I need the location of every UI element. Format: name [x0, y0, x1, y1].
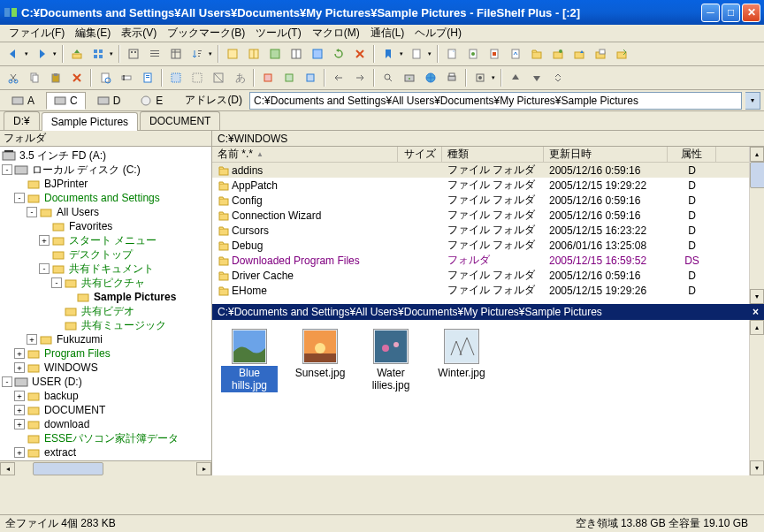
settings-button[interactable]: [470, 68, 490, 87]
file-list[interactable]: 名前 *.*▲ サイズ 種類 更新日時 属性 addinsファイル フォルダ20…: [212, 147, 749, 304]
stop-button[interactable]: [350, 44, 370, 64]
tree-shareddocs[interactable]: 共有ドキュメント: [67, 262, 156, 277]
tree-localC[interactable]: ローカル ディスク (C:): [30, 163, 142, 178]
list-row[interactable]: Cursorsファイル フォルダ2005/12/15 16:23:22D: [212, 223, 749, 238]
view-list-button[interactable]: [145, 44, 164, 64]
scroll-right[interactable]: ▸: [196, 462, 211, 475]
views-dropdown[interactable]: ▾: [108, 50, 115, 57]
folder-up-icon[interactable]: [569, 44, 589, 64]
list-row[interactable]: Debugファイル フォルダ2006/01/16 13:25:08D: [212, 238, 749, 253]
list-vscroll[interactable]: ▴ ▾: [749, 147, 764, 304]
tool-1-button[interactable]: [329, 68, 348, 87]
arrow-up-button[interactable]: [506, 68, 525, 87]
attr-button[interactable]: [138, 68, 157, 87]
scroll-down[interactable]: ▾: [750, 460, 764, 475]
select-ext-button[interactable]: あ: [230, 68, 249, 87]
new-dropdown[interactable]: ▾: [426, 50, 433, 57]
folder-copy-icon[interactable]: [591, 44, 610, 64]
forward-button[interactable]: [32, 44, 51, 64]
back-dropdown[interactable]: ▾: [23, 50, 30, 57]
panel-4-button[interactable]: [286, 44, 306, 64]
tree-document[interactable]: DOCUMENT: [42, 404, 107, 416]
tab-3[interactable]: DOCUMENT: [140, 111, 220, 130]
tree-desktop[interactable]: デスクトップ: [67, 247, 134, 262]
new-button[interactable]: [407, 44, 426, 64]
copy-button[interactable]: [25, 68, 44, 87]
menu-edit[interactable]: 編集(E): [70, 24, 116, 42]
col-date[interactable]: 更新日時: [544, 147, 668, 162]
filter-2-button[interactable]: [279, 68, 299, 87]
tree-fukuzumi[interactable]: Fukuzumi: [55, 333, 104, 346]
select-none-button[interactable]: [187, 68, 207, 87]
select-inv-button[interactable]: [209, 68, 228, 87]
tree-bjprinter[interactable]: BJPrinter: [42, 178, 89, 190]
tree-toggle[interactable]: +: [14, 405, 25, 415]
list-row[interactable]: EHomeファイル フォルダ2005/12/15 19:29:26D: [212, 283, 749, 298]
drive-d-tab[interactable]: D: [89, 92, 129, 110]
menu-file[interactable]: ファイル(F): [4, 24, 70, 42]
tree-favorites[interactable]: Favorites: [67, 220, 114, 232]
doc-4-icon[interactable]: [506, 44, 525, 64]
tree-toggle[interactable]: +: [39, 235, 50, 246]
col-name[interactable]: 名前 *.*▲: [212, 147, 398, 162]
scroll-thumb-v[interactable]: [750, 162, 764, 188]
thumb-waterlilies[interactable]: Water lilies.jpg: [363, 329, 419, 392]
close-pane-icon[interactable]: ×: [753, 306, 759, 318]
tree-programfiles[interactable]: Program Files: [42, 347, 112, 360]
tree-extract[interactable]: extract: [42, 446, 78, 459]
panel-3-button[interactable]: [265, 44, 285, 64]
scroll-left[interactable]: ◂: [0, 462, 15, 475]
scroll-up[interactable]: ▴: [750, 320, 764, 335]
tree-sharedvideo[interactable]: 共有ビデオ: [80, 304, 136, 319]
disk-button[interactable]: [400, 68, 419, 87]
panel-2-button[interactable]: [244, 44, 264, 64]
folder-tree[interactable]: 3.5 インチ FD (A:) -ローカル ディスク (C:) BJPrinte…: [0, 147, 211, 460]
arrow-down-button[interactable]: [527, 68, 546, 87]
tree-toggle[interactable]: +: [14, 419, 25, 429]
rename-button[interactable]: [117, 68, 136, 87]
print-button[interactable]: [442, 68, 462, 87]
menu-view[interactable]: 表示(V): [116, 24, 162, 42]
drive-e-tab[interactable]: E: [132, 92, 171, 110]
tree-toggle[interactable]: +: [27, 334, 37, 345]
tree-sharedmusic[interactable]: 共有ミュージック: [80, 318, 168, 333]
view-details-button[interactable]: [166, 44, 186, 64]
thumbnail-view[interactable]: Blue hills.jpg Sunset.jpg Water lilies.j…: [212, 320, 749, 475]
scroll-thumb[interactable]: [33, 462, 103, 475]
cut-button[interactable]: [4, 68, 23, 87]
doc-1-icon[interactable]: [442, 44, 462, 64]
col-attr[interactable]: 属性: [668, 147, 716, 162]
paste-button[interactable]: [46, 68, 65, 87]
delete-button[interactable]: [67, 68, 87, 87]
views-button[interactable]: [88, 44, 108, 64]
tree-toggle[interactable]: -: [39, 263, 50, 274]
col-size[interactable]: サイズ: [398, 147, 442, 162]
drive-a-tab[interactable]: A: [4, 92, 42, 110]
tree-startmenu[interactable]: スタート メニュー: [67, 233, 158, 248]
minimize-button[interactable]: ─: [701, 4, 720, 22]
col-type[interactable]: 種類: [442, 147, 544, 162]
doc-3-icon[interactable]: [485, 44, 504, 64]
tree-toggle[interactable]: -: [27, 207, 37, 217]
list-row[interactable]: addinsファイル フォルダ2005/12/16 0:59:16D: [212, 163, 749, 178]
bookmark-button[interactable]: [378, 44, 398, 64]
tree-toggle[interactable]: +: [14, 362, 25, 373]
close-button[interactable]: ✕: [742, 4, 760, 22]
menu-bookmark[interactable]: ブックマーク(B): [162, 24, 250, 42]
thumb-vscroll[interactable]: ▴ ▾: [749, 320, 764, 475]
scroll-down[interactable]: ▾: [750, 289, 764, 304]
sort-dropdown[interactable]: ▾: [207, 50, 214, 57]
tree-toggle[interactable]: +: [14, 391, 25, 401]
doc-2-icon[interactable]: [463, 44, 483, 64]
scroll-up[interactable]: ▴: [750, 147, 764, 162]
forward-dropdown[interactable]: ▾: [51, 50, 58, 57]
address-input[interactable]: [249, 92, 742, 110]
list-row[interactable]: AppPatchファイル フォルダ2005/12/15 19:29:22D: [212, 178, 749, 193]
up-button[interactable]: [67, 44, 87, 64]
tree-toggle[interactable]: +: [14, 348, 25, 359]
panel-1-button[interactable]: [223, 44, 242, 64]
list-row[interactable]: Connection Wizardファイル フォルダ2005/12/16 0:5…: [212, 208, 749, 223]
tree-toggle[interactable]: +: [14, 447, 25, 458]
settings-dropdown[interactable]: ▾: [490, 74, 497, 81]
tool-2-button[interactable]: [350, 68, 370, 87]
